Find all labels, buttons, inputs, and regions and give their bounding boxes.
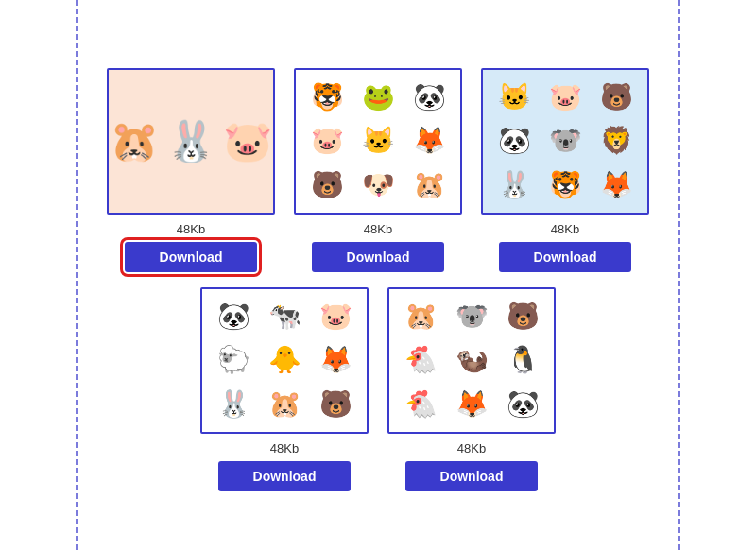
animal-2: 🐷 (549, 84, 582, 111)
card-4-animals: 🐼 🐄 🐷 🐑 🐥 🦊 🐰 🐹 🐻 (202, 289, 367, 432)
animal-hamster: 🐹 (110, 122, 159, 162)
animal-9: 🐹 (413, 172, 446, 198)
card-5-image: 🐹 🐨 🐻 🐔 🦦 🐧 🐔 🦊 🐼 (387, 287, 556, 434)
animal-5: 🐨 (549, 128, 582, 154)
animal-7: 🐰 (217, 391, 250, 418)
animal-4: 🐔 (404, 347, 438, 373)
card-5-size: 48Kb (457, 441, 486, 455)
animal-8: 🐶 (362, 172, 395, 198)
animal-8: 🐯 (549, 172, 582, 198)
animal-1: 🐱 (498, 84, 531, 111)
card-row-1: 🐹 🐰 🐷 48Kb Download 🐯 🐸 🐼 🐷 🐱 (106, 68, 650, 272)
animal-8: 🐹 (268, 391, 301, 418)
card-3-size: 48Kb (551, 222, 579, 236)
animal-1: 🐼 (217, 303, 250, 330)
card-4-size: 48Kb (270, 441, 299, 455)
card-row-2: 🐼 🐄 🐷 🐑 🐥 🦊 🐰 🐹 🐻 48Kb Download (199, 287, 557, 491)
card-2: 🐯 🐸 🐼 🐷 🐱 🦊 🐻 🐶 🐹 48Kb Download (293, 68, 463, 272)
animal-rabbit: 🐰 (166, 122, 215, 162)
animal-3: 🐷 (319, 303, 352, 330)
main-content: 🐹 🐰 🐷 48Kb Download 🐯 🐸 🐼 🐷 🐱 (85, 59, 671, 501)
card-1-animals: 🐹 🐰 🐷 (109, 70, 273, 213)
animal-6: 🦊 (319, 347, 352, 373)
card-4: 🐼 🐄 🐷 🐑 🐥 🦊 🐰 🐹 🐻 48Kb Download (199, 287, 369, 491)
card-2-animals: 🐯 🐸 🐼 🐷 🐱 🦊 🐻 🐶 🐹 (296, 70, 460, 213)
animal-2: 🐸 (362, 84, 395, 111)
animal-9: 🐻 (319, 391, 352, 418)
card-1-size: 48Kb (177, 222, 205, 236)
animal-4: 🐷 (311, 128, 344, 154)
download-button-1[interactable]: Download (125, 242, 257, 272)
dashed-right-border (678, 0, 680, 550)
page-container: 🐹 🐰 🐷 48Kb Download 🐯 🐸 🐼 🐷 🐱 (0, 0, 756, 550)
animal-4: 🐑 (217, 347, 250, 373)
animal-8: 🦊 (455, 391, 489, 418)
animal-7: 🐔 (404, 391, 438, 418)
animal-3: 🐻 (600, 84, 633, 111)
card-1: 🐹 🐰 🐷 48Kb Download (106, 68, 276, 272)
card-2-image: 🐯 🐸 🐼 🐷 🐱 🦊 🐻 🐶 🐹 (294, 68, 462, 215)
download-button-5[interactable]: Download (405, 461, 538, 491)
animal-1: 🐯 (311, 84, 344, 111)
animal-9: 🐼 (507, 391, 540, 418)
animal-1: 🐹 (404, 303, 438, 330)
animal-3: 🐼 (413, 84, 446, 111)
download-button-3[interactable]: Download (499, 242, 631, 272)
card-5: 🐹 🐨 🐻 🐔 🦦 🐧 🐔 🦊 🐼 48Kb Download (387, 287, 557, 491)
dashed-left-border (76, 0, 78, 550)
card-5-animals: 🐹 🐨 🐻 🐔 🦦 🐧 🐔 🦊 🐼 (389, 289, 554, 432)
animal-6: 🦊 (413, 128, 446, 154)
download-button-2[interactable]: Download (312, 242, 444, 272)
download-button-4[interactable]: Download (218, 461, 351, 491)
animal-7: 🐻 (311, 172, 344, 198)
card-3: 🐱 🐷 🐻 🐼 🐨 🦁 🐰 🐯 🦊 48Kb Download (480, 68, 650, 272)
card-3-animals: 🐱 🐷 🐻 🐼 🐨 🦁 🐰 🐯 🦊 (483, 70, 647, 213)
animal-6: 🦁 (600, 128, 633, 154)
animal-5: 🦦 (455, 347, 489, 373)
card-4-image: 🐼 🐄 🐷 🐑 🐥 🦊 🐰 🐹 🐻 (200, 287, 369, 434)
card-1-image: 🐹 🐰 🐷 (107, 68, 275, 215)
animal-2: 🐄 (268, 303, 301, 330)
card-3-image: 🐱 🐷 🐻 🐼 🐨 🦁 🐰 🐯 🦊 (481, 68, 649, 215)
animal-5: 🐱 (362, 128, 395, 154)
animal-7: 🐰 (498, 172, 531, 198)
animal-pig: 🐷 (223, 122, 272, 162)
animal-5: 🐥 (268, 347, 301, 373)
animal-9: 🦊 (600, 172, 633, 198)
animal-3: 🐻 (507, 303, 540, 330)
animal-6: 🐧 (507, 347, 540, 373)
animal-4: 🐼 (498, 128, 531, 154)
animal-2: 🐨 (455, 303, 489, 330)
card-2-size: 48Kb (364, 222, 392, 236)
